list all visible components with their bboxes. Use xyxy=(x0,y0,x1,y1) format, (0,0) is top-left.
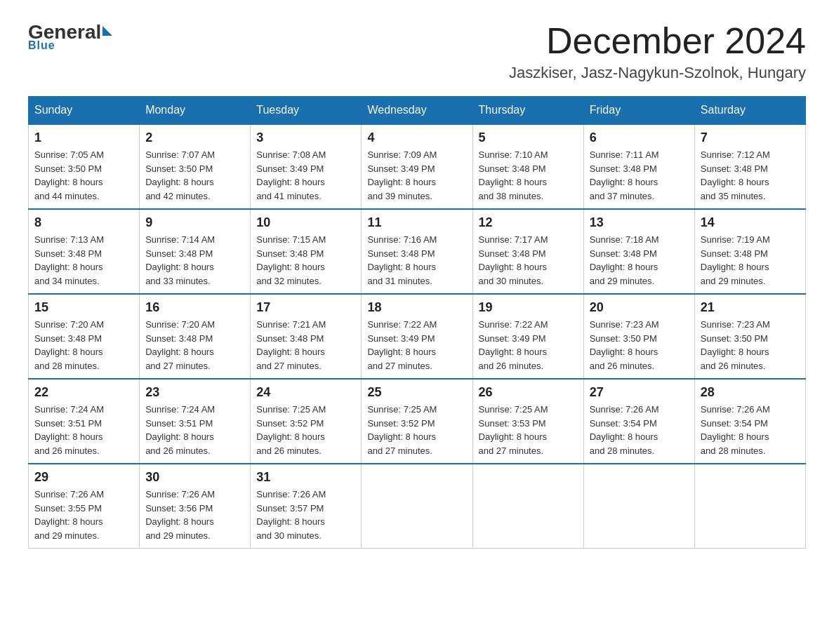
col-header-tuesday: Tuesday xyxy=(251,97,362,125)
day-info: Sunrise: 7:25 AM Sunset: 3:52 PM Dayligh… xyxy=(256,403,355,457)
calendar-cell: 16 Sunrise: 7:20 AM Sunset: 3:48 PM Dayl… xyxy=(140,294,251,379)
calendar-header-row: SundayMondayTuesdayWednesdayThursdayFrid… xyxy=(29,97,806,125)
logo-triangle-icon xyxy=(102,26,112,36)
col-header-wednesday: Wednesday xyxy=(362,97,472,125)
calendar-week-row: 15 Sunrise: 7:20 AM Sunset: 3:48 PM Dayl… xyxy=(29,294,806,379)
header: General Blue December 2024 Jaszkiser, Ja… xyxy=(28,21,806,82)
day-info: Sunrise: 7:10 AM Sunset: 3:48 PM Dayligh… xyxy=(479,148,578,203)
day-number: 24 xyxy=(256,385,355,400)
logo-blue-text: Blue xyxy=(28,39,55,52)
day-number: 9 xyxy=(145,215,244,230)
day-number: 20 xyxy=(590,300,689,315)
calendar-cell: 19 Sunrise: 7:22 AM Sunset: 3:49 PM Dayl… xyxy=(472,294,583,379)
day-number: 2 xyxy=(145,130,244,145)
calendar-cell: 11 Sunrise: 7:16 AM Sunset: 3:48 PM Dayl… xyxy=(362,209,472,294)
calendar-week-row: 1 Sunrise: 7:05 AM Sunset: 3:50 PM Dayli… xyxy=(29,124,806,209)
day-info: Sunrise: 7:14 AM Sunset: 3:48 PM Dayligh… xyxy=(145,233,244,288)
calendar-cell: 28 Sunrise: 7:26 AM Sunset: 3:54 PM Dayl… xyxy=(694,379,805,464)
calendar-cell: 12 Sunrise: 7:17 AM Sunset: 3:48 PM Dayl… xyxy=(472,209,583,294)
calendar-cell: 9 Sunrise: 7:14 AM Sunset: 3:48 PM Dayli… xyxy=(140,209,251,294)
month-title: December 2024 xyxy=(509,21,806,61)
calendar-cell: 29 Sunrise: 7:26 AM Sunset: 3:55 PM Dayl… xyxy=(29,464,140,549)
calendar-week-row: 22 Sunrise: 7:24 AM Sunset: 3:51 PM Dayl… xyxy=(29,379,806,464)
day-number: 16 xyxy=(145,300,244,315)
day-number: 15 xyxy=(34,300,133,315)
day-info: Sunrise: 7:11 AM Sunset: 3:48 PM Dayligh… xyxy=(590,148,689,203)
calendar-cell xyxy=(472,464,583,549)
calendar-cell: 8 Sunrise: 7:13 AM Sunset: 3:48 PM Dayli… xyxy=(29,209,140,294)
calendar-cell: 7 Sunrise: 7:12 AM Sunset: 3:48 PM Dayli… xyxy=(694,124,805,209)
day-number: 30 xyxy=(145,470,244,485)
day-info: Sunrise: 7:26 AM Sunset: 3:54 PM Dayligh… xyxy=(701,403,800,457)
day-info: Sunrise: 7:13 AM Sunset: 3:48 PM Dayligh… xyxy=(34,233,133,288)
day-info: Sunrise: 7:19 AM Sunset: 3:48 PM Dayligh… xyxy=(701,233,800,288)
logo: General Blue xyxy=(28,21,112,52)
calendar-cell: 14 Sunrise: 7:19 AM Sunset: 3:48 PM Dayl… xyxy=(694,209,805,294)
day-info: Sunrise: 7:07 AM Sunset: 3:50 PM Dayligh… xyxy=(145,148,244,203)
col-header-friday: Friday xyxy=(583,97,694,125)
day-info: Sunrise: 7:26 AM Sunset: 3:57 PM Dayligh… xyxy=(256,488,355,542)
day-info: Sunrise: 7:08 AM Sunset: 3:49 PM Dayligh… xyxy=(256,148,355,203)
day-info: Sunrise: 7:12 AM Sunset: 3:48 PM Dayligh… xyxy=(701,148,800,203)
day-number: 1 xyxy=(34,130,133,145)
calendar-cell xyxy=(583,464,694,549)
calendar-cell: 25 Sunrise: 7:25 AM Sunset: 3:52 PM Dayl… xyxy=(362,379,472,464)
day-number: 27 xyxy=(590,385,689,400)
day-info: Sunrise: 7:25 AM Sunset: 3:53 PM Dayligh… xyxy=(479,403,578,457)
calendar-cell: 20 Sunrise: 7:23 AM Sunset: 3:50 PM Dayl… xyxy=(583,294,694,379)
day-info: Sunrise: 7:20 AM Sunset: 3:48 PM Dayligh… xyxy=(34,318,133,373)
calendar-cell: 23 Sunrise: 7:24 AM Sunset: 3:51 PM Dayl… xyxy=(140,379,251,464)
day-info: Sunrise: 7:21 AM Sunset: 3:48 PM Dayligh… xyxy=(256,318,355,373)
day-number: 11 xyxy=(367,215,466,230)
calendar-cell: 31 Sunrise: 7:26 AM Sunset: 3:57 PM Dayl… xyxy=(251,464,362,549)
day-number: 13 xyxy=(590,215,689,230)
day-number: 23 xyxy=(145,385,244,400)
col-header-sunday: Sunday xyxy=(29,97,140,125)
day-info: Sunrise: 7:26 AM Sunset: 3:54 PM Dayligh… xyxy=(590,403,689,457)
day-info: Sunrise: 7:22 AM Sunset: 3:49 PM Dayligh… xyxy=(479,318,578,373)
calendar-cell: 30 Sunrise: 7:26 AM Sunset: 3:56 PM Dayl… xyxy=(140,464,251,549)
day-number: 6 xyxy=(590,130,689,145)
calendar-cell: 18 Sunrise: 7:22 AM Sunset: 3:49 PM Dayl… xyxy=(362,294,472,379)
calendar-cell: 15 Sunrise: 7:20 AM Sunset: 3:48 PM Dayl… xyxy=(29,294,140,379)
day-number: 21 xyxy=(701,300,800,315)
calendar-cell: 2 Sunrise: 7:07 AM Sunset: 3:50 PM Dayli… xyxy=(140,124,251,209)
day-number: 4 xyxy=(367,130,466,145)
calendar-cell: 21 Sunrise: 7:23 AM Sunset: 3:50 PM Dayl… xyxy=(694,294,805,379)
day-number: 26 xyxy=(479,385,578,400)
col-header-thursday: Thursday xyxy=(472,97,583,125)
calendar-cell: 5 Sunrise: 7:10 AM Sunset: 3:48 PM Dayli… xyxy=(472,124,583,209)
day-info: Sunrise: 7:24 AM Sunset: 3:51 PM Dayligh… xyxy=(34,403,133,457)
calendar-cell: 10 Sunrise: 7:15 AM Sunset: 3:48 PM Dayl… xyxy=(251,209,362,294)
calendar-cell xyxy=(694,464,805,549)
day-info: Sunrise: 7:23 AM Sunset: 3:50 PM Dayligh… xyxy=(590,318,689,373)
day-number: 22 xyxy=(34,385,133,400)
title-area: December 2024 Jaszkiser, Jasz-Nagykun-Sz… xyxy=(509,21,806,82)
calendar-cell: 4 Sunrise: 7:09 AM Sunset: 3:49 PM Dayli… xyxy=(362,124,472,209)
day-info: Sunrise: 7:26 AM Sunset: 3:55 PM Dayligh… xyxy=(34,488,133,542)
day-number: 31 xyxy=(256,470,355,485)
col-header-monday: Monday xyxy=(140,97,251,125)
calendar-week-row: 29 Sunrise: 7:26 AM Sunset: 3:55 PM Dayl… xyxy=(29,464,806,549)
calendar-cell: 13 Sunrise: 7:18 AM Sunset: 3:48 PM Dayl… xyxy=(583,209,694,294)
calendar-cell: 6 Sunrise: 7:11 AM Sunset: 3:48 PM Dayli… xyxy=(583,124,694,209)
day-info: Sunrise: 7:09 AM Sunset: 3:49 PM Dayligh… xyxy=(367,148,466,203)
day-number: 29 xyxy=(34,470,133,485)
calendar-cell: 22 Sunrise: 7:24 AM Sunset: 3:51 PM Dayl… xyxy=(29,379,140,464)
day-number: 5 xyxy=(479,130,578,145)
day-number: 14 xyxy=(701,215,800,230)
calendar-cell: 26 Sunrise: 7:25 AM Sunset: 3:53 PM Dayl… xyxy=(472,379,583,464)
calendar-table: SundayMondayTuesdayWednesdayThursdayFrid… xyxy=(28,96,806,549)
calendar-cell xyxy=(362,464,472,549)
calendar-cell: 17 Sunrise: 7:21 AM Sunset: 3:48 PM Dayl… xyxy=(251,294,362,379)
day-info: Sunrise: 7:24 AM Sunset: 3:51 PM Dayligh… xyxy=(145,403,244,457)
day-number: 3 xyxy=(256,130,355,145)
day-number: 10 xyxy=(256,215,355,230)
day-info: Sunrise: 7:05 AM Sunset: 3:50 PM Dayligh… xyxy=(34,148,133,203)
day-number: 28 xyxy=(701,385,800,400)
day-number: 17 xyxy=(256,300,355,315)
calendar-cell: 24 Sunrise: 7:25 AM Sunset: 3:52 PM Dayl… xyxy=(251,379,362,464)
location-title: Jaszkiser, Jasz-Nagykun-Szolnok, Hungary xyxy=(509,64,806,82)
day-number: 19 xyxy=(479,300,578,315)
day-number: 8 xyxy=(34,215,133,230)
